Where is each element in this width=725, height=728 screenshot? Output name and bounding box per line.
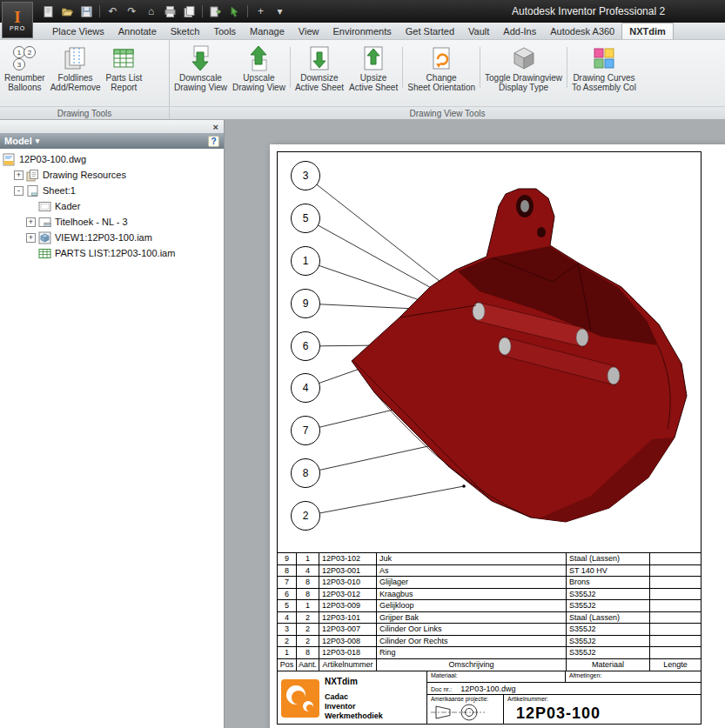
svg-text:2: 2: [303, 510, 309, 522]
qat-separator: [99, 5, 100, 17]
add-command-icon[interactable]: +: [252, 3, 269, 19]
tab-vault[interactable]: Vault: [461, 23, 496, 39]
expand-icon[interactable]: +: [26, 217, 36, 227]
tree-item-view1[interactable]: + VIEW1:12P03-100.iam: [0, 230, 224, 245]
ribbon-group-drawing-tools: 123 Renumber Balloons Foldlines Add/Remo…: [0, 40, 170, 119]
parts-list-icon: [38, 247, 51, 260]
parts-list-cell: 7: [278, 577, 297, 588]
browser-header[interactable]: Model ▾ ?: [0, 133, 224, 149]
change-sheet-orientation-button[interactable]: Change Sheet Orientation: [405, 42, 478, 105]
parts-list-cell: [650, 600, 701, 611]
balloon: 8: [292, 459, 320, 488]
cadac-logo: [281, 679, 319, 718]
parts-list-row: 5112P03-009GelijkloopS355J2: [278, 600, 701, 612]
parts-list-cell: 12P03-012: [319, 589, 377, 600]
balloon: 5: [292, 204, 320, 233]
parts-list-cell: 2: [297, 612, 319, 624]
collapse-icon[interactable]: -: [14, 186, 23, 196]
parts-list-cell: Gelijkloop: [377, 600, 567, 611]
upscale-drawing-view-button[interactable]: Upscale Drawing View: [230, 42, 288, 105]
help-icon[interactable]: ?: [208, 136, 219, 147]
close-panel-icon[interactable]: ×: [213, 122, 218, 132]
downscale-drawing-view-button[interactable]: Downscale Drawing View: [171, 42, 230, 105]
tab-place-views[interactable]: Place Views: [45, 23, 111, 39]
tab-manage[interactable]: Manage: [243, 23, 292, 39]
group-separator: [480, 47, 480, 88]
tree-item-drawing-resources[interactable]: + Drawing Resources: [0, 167, 224, 183]
tab-view[interactable]: View: [292, 23, 326, 39]
ribbon-tab-bar: Place Views Annotate Sketch Tools Manage…: [0, 23, 725, 40]
tab-nxtdim[interactable]: NXTdim: [621, 23, 674, 39]
toggle-drawingview-display-button[interactable]: Toggle Drawingview Display Type: [482, 42, 565, 105]
tree-item-parts-list[interactable]: PARTS LIST:12P03-100.iam: [0, 245, 224, 261]
parts-list-cell: 12P03-001: [319, 565, 377, 577]
sheet-icon: [26, 184, 39, 197]
export-icon[interactable]: [207, 3, 224, 19]
parts-list-cell: 2: [297, 624, 319, 635]
afmetingen-cell: Afmetingen:: [566, 671, 701, 683]
group-separator: [567, 47, 567, 88]
parts-list-table: 9112P03-102JukStaal (Lassen)8412P03-001A…: [278, 552, 701, 671]
undo-icon[interactable]: ↶: [104, 3, 121, 19]
parts-list-header: Omschrijving: [377, 659, 567, 671]
tab-add-ins[interactable]: Add-Ins: [496, 23, 543, 39]
parts-list-cell: 12P03-007: [319, 624, 377, 635]
parts-list-cell: S355J2: [567, 624, 650, 635]
title-bar: I PRO ↶ ↷ ⌂ + ▾ Autodesk Inventor Profes…: [0, 0, 725, 23]
parts-list-cell: 5: [278, 600, 297, 611]
redo-icon[interactable]: ↷: [124, 3, 140, 19]
tab-sketch[interactable]: Sketch: [164, 23, 207, 39]
model-browser-panel: × Model ▾ ? 12P03-100.dwg + Drawing Reso…: [0, 120, 225, 728]
tab-tools[interactable]: Tools: [206, 23, 243, 39]
tree-item-document[interactable]: 12P03-100.dwg: [0, 151, 224, 167]
drawing-sheet[interactable]: 3 5 1 9 6 4 7 8 2 9112P03-102: [270, 144, 725, 728]
parts-list-cell: [650, 624, 701, 635]
drawing-curves-to-assembly-button[interactable]: Drawing Curves To Assembly Col: [569, 42, 639, 105]
expand-icon[interactable]: +: [26, 233, 36, 243]
tree-item-titelhoek[interactable]: + Titelhoek - NL - 3: [0, 214, 224, 230]
new-file-icon[interactable]: [40, 3, 57, 19]
balloon: 7: [292, 417, 320, 445]
foldlines-add-remove-button[interactable]: Foldlines Add/Remove: [48, 42, 104, 105]
tab-environments[interactable]: Environments: [326, 23, 399, 39]
tree-item-kader[interactable]: Kader: [0, 198, 224, 214]
graphics-canvas[interactable]: 3 5 1 9 6 4 7 8 2 9112P03-102: [225, 120, 725, 728]
renumber-balloons-icon: 123: [10, 44, 38, 72]
tab-get-started[interactable]: Get Started: [399, 23, 461, 39]
balloon: 2: [292, 502, 320, 531]
parts-list-cell: Staal (Lassen): [567, 612, 650, 624]
balloons[interactable]: 3 5 1 9 6 4 7 8 2: [292, 162, 320, 531]
tab-annotate[interactable]: Annotate: [111, 23, 164, 39]
parts-list-header: Artikelnummer: [319, 659, 377, 671]
customize-qat-icon[interactable]: ▾: [272, 3, 288, 19]
save-icon[interactable]: [78, 3, 95, 19]
home-icon[interactable]: ⌂: [143, 3, 159, 19]
brand-name: NXTdim: [325, 677, 358, 686]
tree-item-sheet1[interactable]: - Sheet:1: [0, 183, 224, 198]
drawing-view-viewport[interactable]: 3 5 1 9 6 4 7 8 2: [278, 152, 701, 551]
doc-nr-label: Doc nr.:: [431, 686, 452, 692]
materiaal-cell: Materiaal:: [427, 671, 566, 683]
parts-list-cell: 12P03-009: [319, 600, 377, 611]
parts-list-header: Aant.: [297, 659, 319, 671]
expand-icon[interactable]: +: [14, 170, 23, 180]
tab-autodesk-a360[interactable]: Autodesk A360: [543, 23, 621, 39]
inventor-i-icon: I: [14, 10, 20, 25]
qat-separator: [202, 5, 203, 17]
renumber-balloons-button[interactable]: 123 Renumber Balloons: [2, 42, 48, 105]
upsize-active-sheet-button[interactable]: Upsize Active Sheet: [346, 42, 400, 105]
drawing-view-icon: [38, 231, 51, 244]
select-tool-icon[interactable]: [226, 3, 243, 19]
main-area: × Model ▾ ? 12P03-100.dwg + Drawing Reso…: [0, 120, 725, 728]
downsize-active-sheet-button[interactable]: Downsize Active Sheet: [292, 42, 346, 105]
svg-text:2: 2: [28, 49, 32, 57]
print-icon[interactable]: [162, 3, 178, 19]
ribbon: 123 Renumber Balloons Foldlines Add/Remo…: [0, 40, 725, 120]
open-folder-icon[interactable]: [59, 3, 76, 19]
parts-list-row: 6812P03-012KraagbusS355J2: [278, 589, 701, 601]
parts-list-report-button[interactable]: Parts List Report: [104, 42, 145, 105]
inventor-logo[interactable]: I PRO: [2, 2, 33, 38]
bucket-model[interactable]: [352, 189, 687, 522]
sheet-set-icon[interactable]: [181, 3, 198, 19]
qat-separator: [247, 5, 248, 17]
